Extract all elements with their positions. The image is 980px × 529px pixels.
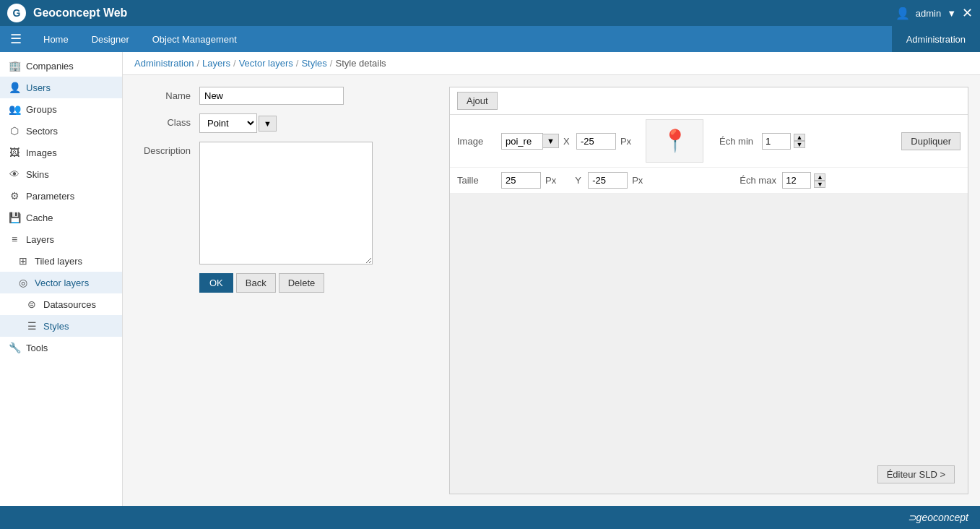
class-row: Class Point Line Polygon ▼: [134, 113, 438, 133]
ajout-button[interactable]: Ajout: [457, 92, 498, 110]
image-label: Image: [457, 136, 497, 147]
user-dropdown-icon[interactable]: ▼: [947, 8, 956, 19]
sidebar-item-styles[interactable]: ☰ Styles: [0, 315, 122, 337]
sidebar-item-tools[interactable]: 🔧 Tools: [0, 337, 122, 358]
nav-object-management[interactable]: Object Management: [141, 26, 248, 52]
sidebar-item-groups[interactable]: 👥 Groups: [0, 98, 122, 120]
sidebar-item-layers[interactable]: ≡ Layers: [0, 228, 122, 250]
top-bar: G Geoconcept Web 👤 admin ▼ ✕: [0, 0, 980, 26]
vector-layers-icon: ◎: [17, 277, 29, 288]
ech-min-up[interactable]: ▲: [794, 134, 805, 141]
ech-max-up[interactable]: ▲: [814, 173, 825, 181]
panel-rows-second: Taille Px Y Px Éch max ▲: [450, 168, 968, 194]
ech-min-down[interactable]: ▼: [794, 141, 805, 148]
sidebar-label-skins: Skins: [26, 169, 49, 180]
content-area: Administration / Layers / Vector layers …: [123, 52, 980, 506]
sidebar-label-groups: Groups: [26, 104, 57, 115]
delete-button[interactable]: Delete: [279, 273, 325, 293]
sidebar-item-sectors[interactable]: ⬡ Sectors: [0, 120, 122, 142]
sidebar-label-vector-layers: Vector layers: [35, 278, 89, 288]
description-textarea[interactable]: [199, 142, 373, 264]
groups-icon: 👥: [9, 103, 20, 115]
sidebar-item-parameters[interactable]: ⚙ Parameters: [0, 185, 122, 207]
nav-administration[interactable]: Administration: [892, 26, 980, 52]
sidebar-label-datasources: Datasources: [43, 299, 96, 310]
px-label-taille: Px: [545, 175, 556, 186]
ech-max-group: Éch max ▲ ▼: [740, 172, 825, 189]
sidebar-label-styles: Styles: [43, 321, 69, 332]
breadcrumb-admin[interactable]: Administration: [134, 58, 194, 69]
sidebar-item-images[interactable]: 🖼 Images: [0, 142, 122, 163]
main-layout: 🏢 Companies 👤 Users 👥 Groups ⬡ Sectors 🖼…: [0, 52, 980, 506]
desc-row: Description: [134, 142, 438, 264]
form-buttons: OK Back Delete: [199, 273, 438, 293]
y-label: Y: [575, 175, 584, 186]
sidebar-item-datasources[interactable]: ⊜ Datasources: [0, 293, 122, 315]
sidebar-item-tiled-layers[interactable]: ⊞ Tiled layers: [0, 250, 122, 272]
taille-label: Taille: [457, 175, 497, 186]
nav-bar: ☰ Home Designer Object Management Admini…: [0, 26, 980, 52]
sidebar-label-images: Images: [26, 147, 57, 158]
sidebar-label-tiled-layers: Tiled layers: [35, 256, 82, 267]
image-select-wrap: ▼: [501, 133, 559, 150]
class-select-wrap: Point Line Polygon ▼: [199, 113, 277, 133]
name-input[interactable]: [199, 87, 344, 105]
layers-icon: ≡: [9, 233, 20, 245]
cache-icon: 💾: [9, 212, 20, 223]
close-button[interactable]: ✕: [962, 5, 973, 21]
ech-max-label: Éch max: [740, 175, 779, 186]
y-input[interactable]: [588, 172, 628, 189]
desc-label: Description: [134, 142, 199, 156]
image-input[interactable]: [501, 133, 543, 150]
ech-min-input[interactable]: [762, 133, 791, 150]
user-label: admin: [916, 8, 941, 19]
user-icon: 👤: [896, 7, 910, 20]
images-icon: 🖼: [9, 147, 20, 158]
nav-home[interactable]: Home: [32, 26, 80, 52]
datasources-icon: ⊜: [26, 298, 38, 310]
right-panel: Ajout Image ▼ X Px: [449, 87, 968, 494]
breadcrumb-layers[interactable]: Layers: [202, 58, 230, 69]
ech-max-input[interactable]: [782, 172, 811, 189]
sidebar-item-companies[interactable]: 🏢 Companies: [0, 55, 122, 77]
breadcrumb-vector-layers[interactable]: Vector layers: [239, 58, 293, 69]
users-icon: 👤: [9, 82, 20, 93]
form-panel-area: Name Class Point Line Polygon ▼: [123, 75, 980, 506]
dupliquer-button[interactable]: Dupliquer: [901, 132, 961, 150]
class-dropdown-button[interactable]: ▼: [259, 116, 277, 132]
sidebar-item-cache[interactable]: 💾 Cache: [0, 207, 122, 228]
left-form: Name Class Point Line Polygon ▼: [134, 87, 438, 494]
nav-left: ☰ Home Designer Object Management: [0, 26, 248, 52]
nav-designer[interactable]: Designer: [80, 26, 141, 52]
sidebar-item-skins[interactable]: 👁 Skins: [0, 163, 122, 185]
back-button[interactable]: Back: [236, 273, 276, 293]
poi-display: 📍: [646, 119, 703, 163]
ok-button[interactable]: OK: [199, 273, 233, 293]
x-input[interactable]: [576, 133, 616, 150]
app-title: Geoconcept Web: [33, 7, 127, 20]
x-label: X: [563, 136, 572, 147]
sidebar-label-parameters: Parameters: [26, 191, 74, 202]
breadcrumb-styles[interactable]: Styles: [301, 58, 326, 69]
class-label: Class: [134, 113, 199, 128]
px-label-y: Px: [632, 175, 643, 186]
breadcrumb: Administration / Layers / Vector layers …: [123, 52, 980, 75]
footer: ⊃geoconcept: [0, 506, 980, 529]
y-group: Y Px: [575, 172, 646, 189]
image-dropdown-button[interactable]: ▼: [543, 134, 559, 148]
top-bar-right: 👤 admin ▼ ✕: [896, 5, 973, 21]
breadcrumb-sep-3: /: [296, 58, 299, 69]
tiled-layers-icon: ⊞: [17, 255, 29, 267]
panel-rows-top: Image ▼ X Px 📍: [450, 115, 968, 168]
skins-icon: 👁: [9, 168, 20, 180]
taille-input[interactable]: [501, 172, 541, 189]
sidebar-item-users[interactable]: 👤 Users: [0, 77, 122, 98]
hamburger-menu[interactable]: ☰: [0, 26, 32, 52]
top-bar-left: G Geoconcept Web: [7, 4, 127, 22]
ech-max-down[interactable]: ▼: [814, 181, 825, 188]
sidebar-label-users: Users: [26, 82, 51, 93]
panel-header: Ajout: [450, 87, 968, 115]
class-select[interactable]: Point Line Polygon: [199, 113, 257, 133]
editeur-sld-button[interactable]: Éditeur SLD >: [877, 465, 955, 483]
sidebar-item-vector-layers[interactable]: ◎ Vector layers: [0, 272, 122, 293]
